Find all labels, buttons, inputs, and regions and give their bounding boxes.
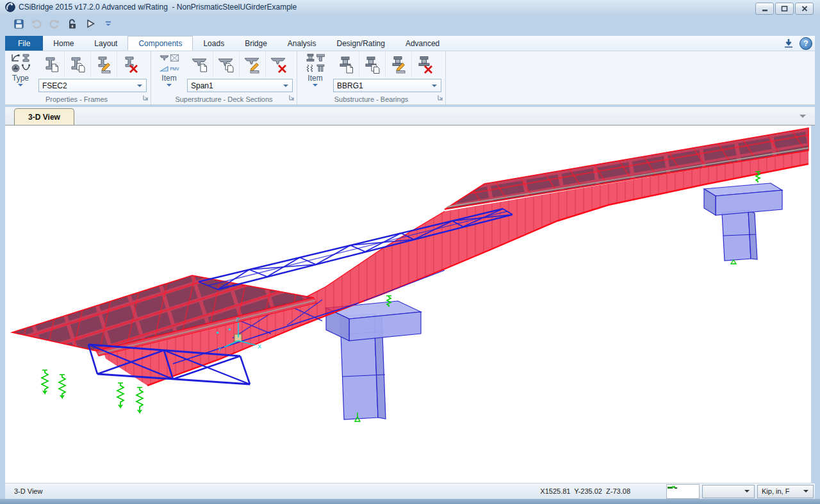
run-icon xyxy=(86,19,95,29)
csibridge-window: CSiBridge 2015 v17.2.0 Advanced w/Rating… xyxy=(0,0,820,504)
bearing-combobox[interactable]: BBRG1 xyxy=(333,79,441,92)
view-tab-3d[interactable]: 3-D View xyxy=(14,108,74,125)
group-properties-frames: Type xyxy=(3,51,151,104)
tab-analysis[interactable]: Analysis xyxy=(277,36,327,51)
window-left-border xyxy=(0,14,5,499)
girder-web xyxy=(102,150,808,386)
deck-span-value: Span1 xyxy=(188,81,283,90)
deck-section-icon xyxy=(160,53,169,63)
maximize-button[interactable] xyxy=(775,3,794,15)
deck-span-combobox[interactable]: Span1 xyxy=(187,79,293,92)
chevron-down-icon xyxy=(137,85,142,87)
unlock-icon xyxy=(67,19,78,29)
svg-text:X: X xyxy=(258,343,261,350)
deck-new-button[interactable] xyxy=(187,52,213,77)
pier-2 xyxy=(704,183,782,264)
customize-toolbar-button[interactable] xyxy=(101,17,115,31)
frame-new-button[interactable] xyxy=(38,52,65,77)
model-viewport[interactable]: Z X Y xyxy=(5,126,811,483)
view-tab-label: 3-D View xyxy=(28,113,60,122)
deck-delete-button[interactable] xyxy=(266,52,291,77)
units-value: Kip, in, F xyxy=(758,487,799,495)
status-dropdown[interactable] xyxy=(702,485,755,498)
close-button[interactable] xyxy=(795,3,814,15)
deck-dialog-launcher[interactable] xyxy=(289,92,295,103)
deck-item-label: Item xyxy=(161,74,176,83)
deck-modify-button[interactable] xyxy=(240,52,266,77)
minimize-button[interactable] xyxy=(755,3,774,15)
tab-design-rating[interactable]: Design/Rating xyxy=(327,36,395,51)
group-label-superstructure: Superstructure - Deck Sections xyxy=(175,95,272,103)
frame-delete-button[interactable] xyxy=(117,52,143,77)
redo-icon xyxy=(49,19,60,29)
bearing-delete-button[interactable] xyxy=(412,52,438,77)
run-analysis-button[interactable] xyxy=(83,17,97,31)
frame-section-combobox[interactable]: FSEC2 xyxy=(38,79,147,92)
maximize-icon xyxy=(781,6,788,12)
ramp-icon xyxy=(160,63,169,73)
tab-components[interactable]: Components xyxy=(127,36,193,51)
tab-file[interactable]: File xyxy=(5,36,43,51)
lock-model-button[interactable] xyxy=(65,17,79,31)
cursor-coordinates: X1525.81 Y-235.02 Z-73.08 xyxy=(540,487,630,495)
pmv-icon: PMV xyxy=(170,63,179,73)
save-icon xyxy=(13,19,24,29)
frame-copy-icon xyxy=(69,56,86,74)
bearing-value: BBRG1 xyxy=(334,81,432,90)
frame-type-button[interactable]: Type xyxy=(3,51,38,93)
view-list-dropdown-icon[interactable] xyxy=(800,115,806,118)
bearings-dialog-launcher[interactable] xyxy=(438,92,443,103)
title-bar[interactable]: CSiBridge 2015 v17.2.0 Advanced w/Rating… xyxy=(0,0,820,14)
bearing-modify-button[interactable] xyxy=(386,52,412,77)
frame-copy-button[interactable] xyxy=(65,52,91,77)
ibeam-icon xyxy=(21,53,31,63)
tab-home[interactable]: Home xyxy=(43,36,84,51)
tab-advanced[interactable]: Advanced xyxy=(395,36,450,51)
pier-cap-icon xyxy=(316,53,325,63)
toolbar-more-icon xyxy=(104,20,112,28)
chevron-down-icon xyxy=(744,490,750,492)
window-right-border xyxy=(815,14,820,499)
help-button[interactable]: ? xyxy=(800,37,812,50)
download-icon[interactable] xyxy=(783,38,794,49)
save-button[interactable] xyxy=(12,17,26,31)
close-icon xyxy=(801,6,808,12)
group-label-substructure: Substructure - Bearings xyxy=(334,95,409,103)
frame-delete-icon xyxy=(121,56,139,74)
csibridge-logo-icon xyxy=(5,2,15,12)
frame-new-icon xyxy=(42,56,60,74)
deck-item-button[interactable]: PMV Item xyxy=(151,51,187,93)
undo-button[interactable] xyxy=(29,17,44,31)
chevron-down-icon xyxy=(283,85,288,87)
redo-button[interactable] xyxy=(47,17,62,31)
bearing-copy-icon xyxy=(363,56,381,74)
units-dropdown[interactable]: Kip, in, F xyxy=(757,485,814,498)
frame-type-label: Type xyxy=(12,74,29,83)
bearing-delete-icon xyxy=(416,56,434,74)
window-title: CSiBridge 2015 v17.2.0 Advanced w/Rating… xyxy=(19,3,297,12)
tab-bridge[interactable]: Bridge xyxy=(234,36,277,51)
boxed-x-icon xyxy=(170,53,179,63)
tab-layout[interactable]: Layout xyxy=(84,36,127,51)
deck-new-icon xyxy=(191,56,209,74)
mini-model-icon xyxy=(667,485,681,491)
bearing-modify-icon xyxy=(390,56,407,74)
chevron-down-icon xyxy=(313,84,318,86)
frame-modify-icon xyxy=(95,56,113,74)
ribbon-tab-bar: File Home Layout Components Loads Bridge… xyxy=(3,36,817,51)
window-bottom-border xyxy=(0,499,820,504)
bearing-copy-button[interactable] xyxy=(359,52,386,77)
tab-loads[interactable]: Loads xyxy=(193,36,234,51)
bearing-item-label: Item xyxy=(308,74,322,83)
frame-modify-button[interactable] xyxy=(91,52,117,77)
chevron-down-icon xyxy=(803,490,808,492)
deck-copy-button[interactable] xyxy=(213,52,240,77)
bridge-3d-model: Z X Y xyxy=(5,126,811,483)
frames-dialog-launcher[interactable] xyxy=(143,92,149,103)
bearing-icon xyxy=(306,53,315,63)
group-label-properties-frames: Properties - Frames xyxy=(45,95,108,103)
bearing-item-button[interactable]: Item xyxy=(297,51,333,93)
deck-delete-icon xyxy=(270,56,288,74)
status-view-label: 3-D View xyxy=(14,487,42,495)
bearing-new-button[interactable] xyxy=(333,52,359,77)
